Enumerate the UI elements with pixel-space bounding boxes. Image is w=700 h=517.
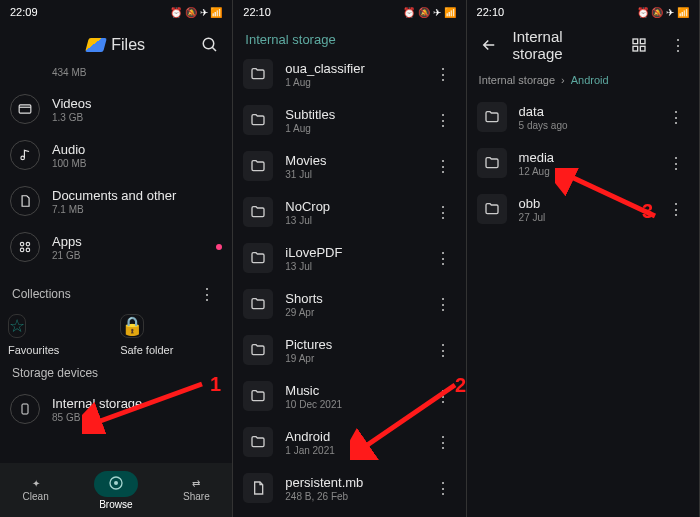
- list-item[interactable]: Shorts29 Apr ⋮: [233, 281, 465, 327]
- search-icon[interactable]: [196, 31, 224, 59]
- list-item[interactable]: media12 Aug ⋮: [467, 140, 699, 186]
- more-icon[interactable]: ⋮: [661, 195, 689, 223]
- clock: 22:10: [477, 6, 505, 18]
- more-icon[interactable]: ⋮: [428, 198, 456, 226]
- list-item[interactable]: obb27 Jul ⋮: [467, 186, 699, 232]
- more-icon[interactable]: ⋮: [428, 336, 456, 364]
- more-icon[interactable]: ⋮: [192, 280, 220, 308]
- more-icon[interactable]: ⋮: [428, 244, 456, 272]
- list-item[interactable]: iLovePDF13 Jul ⋮: [233, 235, 465, 281]
- folder-icon: [243, 335, 273, 365]
- videos-icon: [10, 94, 40, 124]
- share-icon: ⇄: [192, 478, 200, 489]
- svg-rect-19: [640, 46, 645, 51]
- list-item[interactable]: oua_classifier1 Aug ⋮: [233, 51, 465, 97]
- folder-icon: [243, 289, 273, 319]
- list-item[interactable]: Android1 Jan 2021 ⋮: [233, 419, 465, 465]
- svg-rect-18: [633, 46, 638, 51]
- list-item-audio[interactable]: Audio100 MB: [0, 132, 232, 178]
- page-title: Internal storage: [233, 24, 465, 51]
- folder-icon: [477, 102, 507, 132]
- more-icon[interactable]: ⋮: [428, 290, 456, 318]
- breadcrumb-current: Android: [571, 74, 609, 86]
- folder-icon: [243, 243, 273, 273]
- status-icons: ⏰ 🔕 ✈ 📶: [637, 7, 689, 18]
- app-header: Files: [0, 24, 232, 66]
- list-item[interactable]: data5 days ago ⋮: [467, 94, 699, 140]
- browse-icon: [108, 475, 124, 493]
- folder-icon: [243, 59, 273, 89]
- folder-list: data5 days ago ⋮ media12 Aug ⋮ obb27 Jul…: [467, 94, 699, 232]
- category-list: 434 MB Videos1.3 GB Audio100 MB Document…: [0, 66, 232, 270]
- list-item-documents[interactable]: Documents and other7.1 MB: [0, 178, 232, 224]
- annotation-number-2: 2: [455, 374, 466, 397]
- panel-android-folder: 22:10 ⏰ 🔕 ✈ 📶 Internal storage ⋮ Interna…: [467, 0, 700, 517]
- sparkle-icon: ✦: [32, 478, 40, 489]
- svg-point-8: [26, 248, 30, 252]
- list-item[interactable]: Subtitles1 Aug ⋮: [233, 97, 465, 143]
- collections-tiles: ☆ Favourites 🔒 Safe folder: [0, 314, 232, 356]
- folder-icon: [243, 105, 273, 135]
- list-item[interactable]: Music10 Dec 2021 ⋮: [233, 373, 465, 419]
- svg-rect-16: [633, 39, 638, 44]
- annotation-number-3: 3: [642, 200, 653, 223]
- file-icon: [243, 473, 273, 503]
- grid-view-icon[interactable]: [625, 31, 653, 59]
- svg-point-5: [20, 242, 24, 246]
- menu-icon[interactable]: [8, 31, 36, 59]
- status-bar: 22:10 ⏰ 🔕 ✈ 📶: [467, 0, 699, 24]
- list-item[interactable]: Pictures19 Apr ⋮: [233, 327, 465, 373]
- more-icon[interactable]: ⋮: [428, 60, 456, 88]
- clock: 22:10: [243, 6, 271, 18]
- panel-internal-storage: 22:10 ⏰ 🔕 ✈ 📶 Internal storage oua_class…: [233, 0, 466, 517]
- more-icon[interactable]: ⋮: [661, 149, 689, 177]
- list-item-videos[interactable]: Videos1.3 GB: [0, 86, 232, 132]
- folder-icon: [243, 427, 273, 457]
- chevron-right-icon: ›: [561, 74, 565, 86]
- nav-share[interactable]: ⇄ Share: [183, 478, 210, 502]
- folder-list: oua_classifier1 Aug ⋮ Subtitles1 Aug ⋮ M…: [233, 51, 465, 511]
- notification-dot-icon: [216, 244, 222, 250]
- list-item[interactable]: persistent.mb248 B, 26 Feb ⋮: [233, 465, 465, 511]
- files-logo-icon: [85, 38, 107, 52]
- more-icon[interactable]: ⋮: [661, 103, 689, 131]
- breadcrumb: Internal storage › Android: [467, 66, 699, 94]
- nav-clean[interactable]: ✦ Clean: [23, 478, 49, 502]
- folder-icon: [477, 148, 507, 178]
- star-icon: ☆: [9, 315, 25, 337]
- more-icon[interactable]: ⋮: [663, 31, 691, 59]
- app-header: Internal storage ⋮: [467, 24, 699, 66]
- list-item[interactable]: NoCrop13 Jul ⋮: [233, 189, 465, 235]
- more-icon[interactable]: ⋮: [428, 152, 456, 180]
- annotation-number-1: 1: [210, 373, 221, 396]
- phone-icon: [10, 394, 40, 424]
- svg-point-7: [20, 248, 24, 252]
- status-bar: 22:10 ⏰ 🔕 ✈ 📶: [233, 0, 465, 24]
- svg-point-6: [26, 242, 30, 246]
- list-item[interactable]: Movies31 Jul ⋮: [233, 143, 465, 189]
- nav-browse[interactable]: Browse: [94, 471, 138, 510]
- more-icon[interactable]: ⋮: [428, 106, 456, 134]
- svg-rect-2: [19, 105, 31, 113]
- status-icons: ⏰ 🔕 ✈ 📶: [170, 7, 222, 18]
- folder-icon: [243, 151, 273, 181]
- favourites-tile[interactable]: ☆: [8, 314, 26, 338]
- audio-icon: [10, 140, 40, 170]
- list-item-apps[interactable]: Apps21 GB: [0, 224, 232, 270]
- folder-icon: [243, 197, 273, 227]
- svg-rect-9: [22, 404, 28, 414]
- breadcrumb-root[interactable]: Internal storage: [479, 74, 555, 86]
- back-icon[interactable]: [475, 31, 503, 59]
- internal-storage-row[interactable]: Internal storage85 GB free: [0, 386, 232, 432]
- storage-devices-header: Storage devices: [0, 356, 232, 386]
- clock: 22:09: [10, 6, 38, 18]
- svg-point-0: [204, 38, 215, 49]
- more-icon[interactable]: ⋮: [428, 474, 456, 502]
- svg-rect-17: [640, 39, 645, 44]
- svg-point-11: [114, 481, 118, 485]
- safe-folder-tile[interactable]: 🔒: [120, 314, 144, 338]
- more-icon[interactable]: ⋮: [428, 382, 456, 410]
- folder-icon: [477, 194, 507, 224]
- more-icon[interactable]: ⋮: [428, 428, 456, 456]
- list-item[interactable]: 434 MB: [0, 66, 232, 86]
